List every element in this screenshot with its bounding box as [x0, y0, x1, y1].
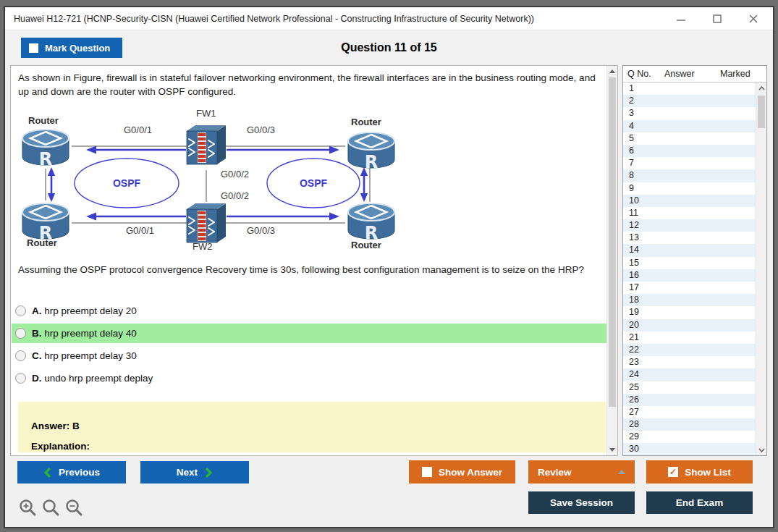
show-list-button[interactable]: ✓ Show List	[646, 460, 753, 484]
zoom-toolbar	[18, 498, 83, 520]
option-letter: D.	[32, 373, 42, 384]
question-panel: As shown in Figure, firewall is in state…	[10, 65, 618, 456]
network-diagram-graphics: R	[14, 108, 419, 256]
previous-button[interactable]: Previous	[17, 461, 126, 484]
zoom-in-icon[interactable]	[18, 498, 37, 520]
router-label-top-right: Router	[351, 117, 381, 127]
review-label: Review	[538, 467, 572, 478]
sidebar-scrollbar[interactable]	[756, 83, 766, 455]
question-row[interactable]: 4	[623, 120, 756, 132]
question-row[interactable]: 20	[623, 319, 756, 332]
option-letter: A.	[32, 305, 42, 316]
question-row[interactable]: 1	[623, 83, 756, 95]
review-button[interactable]: Review	[528, 460, 635, 484]
next-label: Next	[177, 467, 198, 478]
option-c-radio[interactable]	[15, 350, 26, 361]
question-row[interactable]: 29	[623, 431, 756, 443]
question-row[interactable]: 14	[623, 244, 756, 256]
option-text: hrp preempt delay 30	[44, 350, 137, 361]
sidebar-scrollbar-thumb[interactable]	[758, 96, 765, 128]
option-b-radio[interactable]	[15, 328, 26, 339]
question-row[interactable]: 13	[623, 232, 756, 244]
question-row[interactable]: 21	[623, 332, 756, 344]
option-row[interactable]: A. hrp preempt delay 20	[12, 301, 606, 321]
show-list-checkbox[interactable]: ✓	[668, 467, 678, 477]
option-letter: C.	[32, 350, 42, 361]
question-row[interactable]: 3	[623, 107, 756, 119]
scroll-down-icon[interactable]	[607, 444, 617, 455]
question-row[interactable]: 27	[623, 406, 756, 418]
question-intro: As shown in Figure, firewall is in state…	[18, 71, 597, 98]
question-row[interactable]: 10	[623, 195, 756, 207]
magnifier-icon[interactable]	[41, 498, 60, 520]
window-controls	[672, 7, 763, 30]
option-letter: B.	[32, 328, 42, 339]
question-row[interactable]: 24	[623, 368, 756, 381]
question-row[interactable]: 28	[623, 418, 756, 431]
save-session-button[interactable]: Save Session	[528, 491, 635, 514]
show-list-label: Show List	[685, 467, 731, 478]
maximize-icon[interactable]	[708, 11, 727, 27]
question-row[interactable]: 22	[623, 344, 756, 356]
question-row[interactable]: 18	[623, 294, 756, 306]
question-row[interactable]: 8	[623, 169, 756, 182]
question-row[interactable]: 19	[623, 306, 756, 318]
option-row[interactable]: D. undo hrp preempt deplay	[12, 368, 606, 388]
question-row[interactable]: 5	[623, 132, 756, 145]
network-diagram: R	[14, 108, 419, 256]
question-row[interactable]: 15	[623, 257, 756, 269]
content-scrollbar[interactable]	[606, 66, 617, 455]
interface-label-g002-upper: G0/0/2	[221, 169, 249, 180]
column-qno: Q No.	[623, 69, 664, 79]
question-list-body: 1234567891011121314151617181920212223242…	[623, 83, 766, 455]
show-answer-checkbox[interactable]	[422, 467, 432, 477]
ospf-label-left: OSPF	[113, 177, 140, 189]
end-exam-button[interactable]: End Exam	[646, 491, 753, 514]
question-row[interactable]: 11	[623, 207, 756, 219]
question-row[interactable]: 9	[623, 182, 756, 195]
fw1-label: FW1	[196, 108, 216, 119]
interface-label-g003-bottom: G0/0/3	[247, 225, 275, 236]
question-body: Assuming the OSPF protocol convergence R…	[18, 263, 601, 276]
title-bar: Huawei H12-721 (HCNP-Security-CISN (Huaw…	[5, 7, 773, 30]
question-row[interactable]: 25	[623, 381, 756, 394]
close-icon[interactable]	[744, 11, 763, 27]
minimize-icon[interactable]	[672, 11, 690, 27]
app-window: Huawei H12-721 (HCNP-Security-CISN (Huaw…	[4, 6, 774, 528]
scroll-up-icon[interactable]	[756, 83, 766, 93]
fw2-label: FW2	[193, 241, 212, 252]
option-a-radio[interactable]	[15, 305, 26, 316]
content-scrollbar-thumb[interactable]	[609, 77, 616, 407]
question-row[interactable]: 23	[623, 356, 756, 368]
zoom-out-icon[interactable]	[64, 498, 83, 520]
option-row[interactable]: B. hrp preempt delay 40	[12, 324, 606, 343]
scroll-up-icon[interactable]	[607, 66, 617, 77]
router-label-bottom-left: Router	[27, 237, 57, 248]
router-label-top-left: Router	[28, 115, 59, 126]
question-row[interactable]: 2	[623, 95, 756, 107]
option-row[interactable]: C. hrp preempt delay 30	[12, 346, 606, 366]
column-answer: Answer	[664, 69, 720, 79]
column-marked: Marked	[720, 69, 766, 79]
question-row[interactable]: 17	[623, 282, 756, 294]
question-row[interactable]: 7	[623, 157, 756, 169]
option-text: undo hrp preempt deplay	[44, 373, 153, 384]
question-list: 1234567891011121314151617181920212223242…	[623, 83, 756, 455]
option-d-radio[interactable]	[15, 373, 26, 384]
screen-background: Huawei H12-721 (HCNP-Security-CISN (Huaw…	[0, 0, 778, 532]
ospf-label-right: OSPF	[300, 177, 327, 189]
show-answer-button[interactable]: Show Answer	[409, 460, 515, 484]
window-title: Huawei H12-721 (HCNP-Security-CISN (Huaw…	[14, 7, 534, 30]
previous-label: Previous	[59, 467, 100, 478]
question-row[interactable]: 12	[623, 219, 756, 232]
interface-label-g001-top: G0/0/1	[124, 124, 152, 135]
scroll-down-icon[interactable]	[756, 444, 766, 455]
question-row[interactable]: 6	[623, 145, 756, 157]
show-answer-label: Show Answer	[439, 467, 502, 478]
question-row[interactable]: 30	[623, 443, 756, 455]
answer-explanation-box: Answer: B Explanation:	[18, 402, 606, 452]
next-button[interactable]: Next	[140, 461, 249, 484]
question-row[interactable]: 26	[623, 394, 756, 406]
header-bar: Mark Question Question 11 of 15	[5, 30, 773, 65]
question-row[interactable]: 16	[623, 269, 756, 282]
